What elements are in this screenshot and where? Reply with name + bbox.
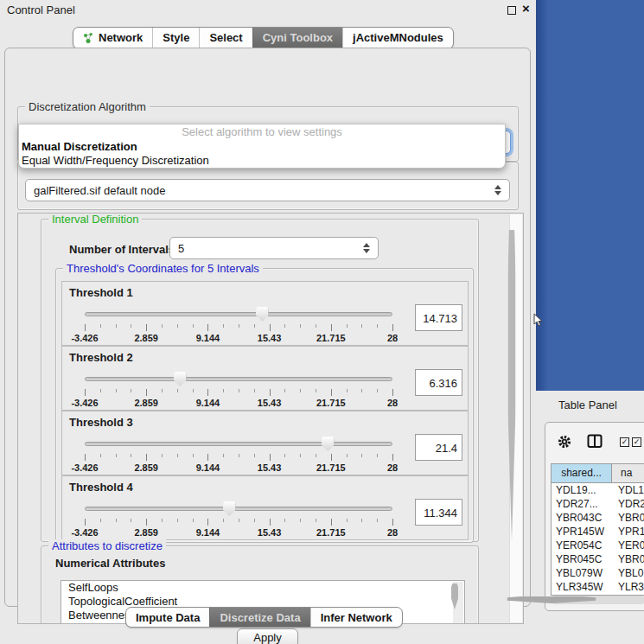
column-header-name[interactable]: na	[612, 464, 644, 482]
checkbox-icon: ✓	[620, 437, 629, 447]
combo-arrows-icon	[363, 243, 370, 253]
apply-button[interactable]: Apply	[237, 628, 298, 644]
column-header-shared-name[interactable]: shared...	[552, 464, 612, 482]
checkbox-filter-icons[interactable]: ✓ ✓	[620, 437, 641, 447]
table-panel-title: Table Panel	[558, 399, 617, 411]
slider-track	[85, 312, 392, 316]
table-row[interactable]: YLR345WYLR3	[552, 580, 644, 594]
slider-thumb[interactable]	[322, 437, 335, 451]
tick-label: -3.426	[71, 398, 98, 408]
control-panel: Control Panel × NetworkStyleSelectCyni T…	[0, 0, 536, 644]
slider-track	[85, 377, 392, 381]
cyni-toolbox-panel: Discretization Algorithm Select algorith…	[4, 48, 531, 607]
threshold-value-field[interactable]: 11.344	[415, 499, 462, 526]
threshold-label: Threshold 3	[69, 416, 133, 429]
threshold-slider[interactable]: -3.4262.8599.14415.4321.71528	[85, 371, 392, 405]
tab-jactivemnodules[interactable]: jActiveMNodules	[342, 28, 453, 48]
interval-definition-label: Interval Definition	[48, 213, 142, 226]
tick-label: 9.144	[196, 527, 220, 538]
dropdown-hint: Select algorithm to view settings	[19, 124, 505, 140]
mouse-cursor	[533, 314, 543, 327]
attribute-item[interactable]: SelfLoops	[61, 581, 464, 595]
tick-label: 15.43	[258, 333, 282, 343]
tick-label: 2.859	[134, 462, 158, 473]
number-of-intervals-combobox[interactable]: 5	[169, 237, 379, 259]
table-panel-toolbar: ✓ ✓	[545, 423, 644, 462]
tick-label: 9.144	[196, 333, 220, 343]
settings-scroll-area: Interval Definition Number of Intervals …	[17, 213, 524, 624]
tick-label: 15.43	[258, 398, 282, 408]
threshold-box-2: Threshold 2-3.4262.8599.14415.4321.71528…	[61, 346, 469, 411]
threshold-coordinates-label: Threshold's Coordinates for 5 Intervals	[63, 262, 263, 275]
bottom-tab-impute-data[interactable]: Impute Data	[126, 608, 209, 627]
settings-vertical-scrollbar[interactable]	[509, 214, 522, 622]
tick-label: -3.426	[71, 527, 98, 538]
tab-style[interactable]: Style	[152, 28, 199, 48]
slider-ticks	[85, 454, 392, 462]
table-row[interactable]: YDR27...YDR2	[552, 497, 644, 511]
bottom-tab-discretize-data[interactable]: Discretize Data	[209, 608, 309, 627]
numerical-attributes-label: Numerical Attributes	[55, 557, 165, 570]
table-data-combobox[interactable]: galFiltered.sif default node	[25, 179, 510, 201]
columns-icon[interactable]	[587, 434, 603, 449]
table-data-value: galFiltered.sif default node	[34, 184, 165, 197]
table-panel-body: ✓ ✓ shared... na YDL19...YDL1YDR27...YDR…	[545, 422, 644, 611]
threshold-slider[interactable]: -3.4262.8599.14415.4321.71528	[85, 306, 392, 341]
tick-label: 21.715	[316, 398, 346, 408]
table-rows: YDL19...YDL1YDR27...YDR2YBR043CYBR0YPR14…	[552, 483, 644, 596]
discretization-algorithm-label: Discretization Algorithm	[25, 100, 150, 113]
screen: Control Panel × NetworkStyleSelectCyni T…	[0, 0, 644, 644]
slider-thumb[interactable]	[256, 307, 269, 322]
table-row[interactable]: YPR145WYPR1	[552, 525, 644, 539]
tick-label: 28	[387, 462, 398, 473]
control-panel-titlebar: Control Panel ×	[0, 0, 536, 19]
tick-label: 28	[387, 527, 398, 538]
table-row[interactable]: YER054CYER0	[552, 539, 644, 552]
settings-gear-icon[interactable]	[558, 435, 571, 449]
tab-cyni-toolbox[interactable]: Cyni Toolbox	[252, 28, 342, 48]
tick-label: 9.144	[196, 398, 220, 408]
node-table: shared... na YDL19...YDL1YDR27...YDR2YBR…	[551, 463, 644, 596]
threshold-slider[interactable]: -3.4262.8599.14415.4321.71528	[85, 501, 392, 535]
control-panel-tabbar: NetworkStyleSelectCyni ToolboxjActiveMNo…	[73, 27, 454, 49]
algorithm-dropdown-list: Select algorithm to view settings Manual…	[18, 124, 506, 169]
threshold-box-3: Threshold 3-3.4262.8599.14415.4321.71528…	[61, 411, 469, 475]
tab-select[interactable]: Select	[199, 28, 252, 48]
control-panel-title: Control Panel	[7, 3, 75, 16]
threshold-value-field[interactable]: 14.713	[415, 304, 462, 331]
threshold-value-field[interactable]: 6.316	[415, 369, 462, 396]
table-row[interactable]: YBL079WYBL0	[552, 566, 644, 580]
dropdown-option-equal-width[interactable]: Equal Width/Frequency Discretization	[19, 154, 505, 168]
tick-label: -3.426	[71, 333, 98, 343]
threshold-value-field[interactable]: 21.4	[415, 434, 462, 461]
dropdown-option-manual-discretization[interactable]: Manual Discretization	[19, 140, 505, 154]
tick-label: 15.43	[258, 462, 282, 473]
slider-track	[85, 507, 392, 511]
interval-definition-group: Interval Definition Number of Intervals …	[41, 219, 479, 542]
slider-track	[85, 442, 392, 446]
combo-arrows-icon	[494, 185, 501, 195]
tab-network[interactable]: Network	[73, 28, 152, 48]
tick-label: 2.859	[134, 398, 158, 408]
table-row[interactable]: YBR045CYBR0	[552, 552, 644, 566]
slider-thumb[interactable]	[174, 372, 187, 386]
table-row[interactable]: YDL19...YDL1	[552, 483, 644, 497]
number-of-intervals-value: 5	[178, 242, 184, 255]
close-panel-icon[interactable]: ×	[522, 1, 530, 16]
checkbox-icon: ✓	[632, 437, 641, 447]
table-horizontal-scrollbar[interactable]	[551, 596, 644, 604]
threshold-slider[interactable]: -3.4262.8599.14415.4321.71528	[85, 436, 392, 470]
list-scrollbar[interactable]	[453, 582, 463, 624]
float-panel-icon[interactable]	[507, 6, 516, 15]
table-row[interactable]: YBR043CYBR0	[552, 511, 644, 525]
slider-ticks	[85, 519, 392, 526]
threshold-box-1: Threshold 1-3.4262.8599.14415.4321.71528…	[61, 281, 469, 346]
network-icon	[83, 32, 94, 44]
tick-label: 15.43	[258, 527, 282, 538]
tick-label: 21.715	[316, 333, 346, 343]
bottom-tab-infer-network[interactable]: Infer Network	[310, 608, 402, 627]
threshold-label: Threshold 2	[69, 351, 133, 364]
slider-thumb[interactable]	[223, 501, 236, 516]
tick-label: 9.144	[196, 462, 220, 473]
cyni-bottom-tabbar: Impute DataDiscretize DataInfer Network	[125, 607, 403, 628]
